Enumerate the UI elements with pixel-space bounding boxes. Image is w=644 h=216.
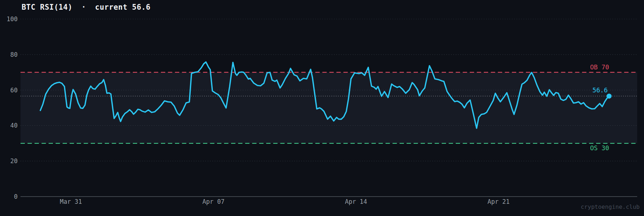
y-tick-label-20: 20 — [10, 157, 18, 165]
x-tick-label-2: Apr 14 — [345, 198, 367, 205]
y-tick-label-40: 40 — [10, 122, 18, 129]
rsi-chart-page: BTC RSI(14)·current 56.6 100806040200Mar… — [0, 0, 644, 216]
last-point-dot — [607, 93, 612, 98]
current-value-label: 56.6 — [593, 87, 608, 94]
x-tick-label-1: Apr 07 — [202, 198, 224, 205]
rsi-line-chart: 100806040200Mar 31Apr 07Apr 14Apr 21OB 7… — [0, 0, 644, 216]
y-tick-label-0: 0 — [14, 193, 18, 200]
y-tick-label-80: 80 — [10, 51, 18, 58]
y-tick-label-100: 100 — [6, 15, 18, 23]
overbought-label: OB 70 — [590, 64, 609, 71]
x-tick-label-0: Mar 31 — [60, 198, 82, 205]
y-tick-label-60: 60 — [10, 87, 18, 94]
x-tick-label-3: Apr 21 — [487, 198, 509, 205]
oversold-label: OS 30 — [590, 144, 609, 152]
chart-canvas: 100806040200Mar 31Apr 07Apr 14Apr 21OB 7… — [0, 0, 644, 216]
watermark: cryptoengine.club — [581, 203, 640, 210]
